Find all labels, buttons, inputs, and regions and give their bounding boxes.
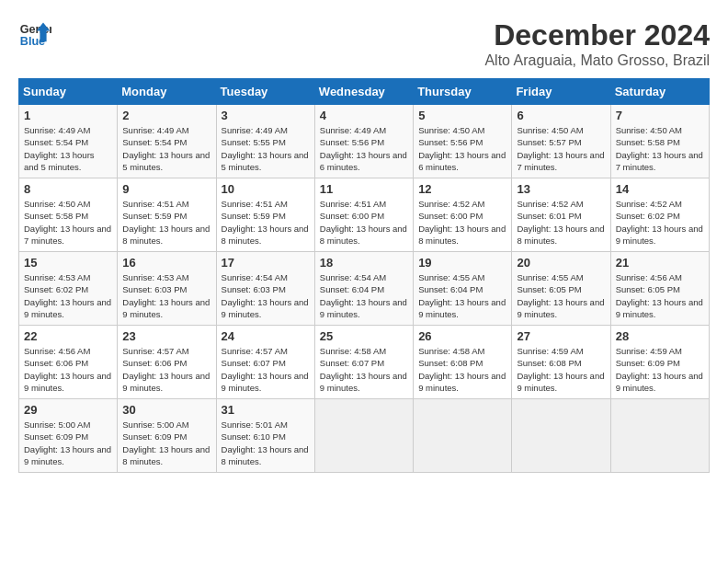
day-number: 3	[222, 109, 310, 122]
calendar-title: December 2024	[484, 18, 710, 52]
day-cell: 31Sunrise: 5:01 AMSunset: 6:10 PMDayligh…	[216, 399, 314, 473]
day-info: Sunrise: 4:54 AMSunset: 6:03 PMDaylight:…	[222, 271, 310, 320]
day-number: 15	[24, 256, 112, 270]
header-cell-thursday: Thursday	[414, 79, 512, 105]
day-cell	[314, 399, 413, 473]
day-info: Sunrise: 4:49 AMSunset: 5:55 PMDaylight:…	[222, 124, 310, 173]
day-number: 4	[320, 109, 408, 122]
day-number: 16	[122, 256, 210, 270]
logo-icon: General Blue	[18, 18, 51, 52]
day-cell: 1Sunrise: 4:49 AMSunset: 5:54 PMDaylight…	[19, 105, 118, 178]
day-number: 30	[122, 403, 210, 417]
day-cell: 8Sunrise: 4:50 AMSunset: 5:58 PMDaylight…	[19, 178, 118, 252]
day-cell: 13Sunrise: 4:52 AMSunset: 6:01 PMDayligh…	[512, 178, 610, 252]
day-info: Sunrise: 4:55 AMSunset: 6:05 PMDaylight:…	[517, 271, 605, 320]
day-number: 8	[24, 182, 112, 196]
day-number: 20	[517, 256, 605, 270]
day-info: Sunrise: 4:59 AMSunset: 6:08 PMDaylight:…	[517, 345, 605, 394]
day-number: 10	[222, 182, 310, 196]
day-info: Sunrise: 4:53 AMSunset: 6:03 PMDaylight:…	[122, 271, 210, 320]
day-info: Sunrise: 4:50 AMSunset: 5:58 PMDaylight:…	[616, 124, 704, 173]
day-info: Sunrise: 4:58 AMSunset: 6:07 PMDaylight:…	[320, 345, 408, 394]
day-info: Sunrise: 4:49 AMSunset: 5:56 PMDaylight:…	[320, 124, 408, 173]
day-cell: 27Sunrise: 4:59 AMSunset: 6:08 PMDayligh…	[512, 326, 610, 399]
day-number: 12	[418, 182, 506, 196]
day-info: Sunrise: 4:51 AMSunset: 5:59 PMDaylight:…	[122, 198, 210, 247]
day-cell: 12Sunrise: 4:52 AMSunset: 6:00 PMDayligh…	[414, 178, 512, 252]
day-cell: 16Sunrise: 4:53 AMSunset: 6:03 PMDayligh…	[118, 252, 216, 326]
title-area: December 2024 Alto Araguaia, Mato Grosso…	[484, 18, 710, 69]
calendar-subtitle: Alto Araguaia, Mato Grosso, Brazil	[484, 52, 710, 69]
header-cell-tuesday: Tuesday	[216, 79, 314, 105]
day-cell: 23Sunrise: 4:57 AMSunset: 6:06 PMDayligh…	[118, 326, 216, 399]
day-info: Sunrise: 4:57 AMSunset: 6:06 PMDaylight:…	[122, 345, 210, 394]
day-cell: 10Sunrise: 4:51 AMSunset: 5:59 PMDayligh…	[216, 178, 314, 252]
day-cell: 21Sunrise: 4:56 AMSunset: 6:05 PMDayligh…	[610, 252, 709, 326]
day-info: Sunrise: 4:56 AMSunset: 6:05 PMDaylight:…	[616, 271, 704, 320]
day-cell	[414, 399, 512, 473]
day-info: Sunrise: 4:57 AMSunset: 6:07 PMDaylight:…	[222, 345, 310, 394]
day-info: Sunrise: 4:50 AMSunset: 5:57 PMDaylight:…	[517, 124, 605, 173]
day-cell: 6Sunrise: 4:50 AMSunset: 5:57 PMDaylight…	[512, 105, 610, 178]
day-info: Sunrise: 4:49 AMSunset: 5:54 PMDaylight:…	[122, 124, 210, 173]
header-cell-monday: Monday	[118, 79, 216, 105]
day-info: Sunrise: 4:58 AMSunset: 6:08 PMDaylight:…	[418, 345, 506, 394]
day-cell: 17Sunrise: 4:54 AMSunset: 6:03 PMDayligh…	[216, 252, 314, 326]
day-number: 5	[418, 109, 506, 122]
day-info: Sunrise: 4:50 AMSunset: 5:56 PMDaylight:…	[418, 124, 506, 173]
day-number: 2	[122, 109, 210, 122]
header-row: SundayMondayTuesdayWednesdayThursdayFrid…	[19, 79, 710, 105]
day-cell: 4Sunrise: 4:49 AMSunset: 5:56 PMDaylight…	[314, 105, 413, 178]
day-info: Sunrise: 5:00 AMSunset: 6:09 PMDaylight:…	[24, 419, 112, 467]
day-info: Sunrise: 4:55 AMSunset: 6:04 PMDaylight:…	[418, 271, 506, 320]
day-number: 7	[616, 109, 704, 122]
day-info: Sunrise: 4:54 AMSunset: 6:04 PMDaylight:…	[320, 271, 408, 320]
week-row: 15Sunrise: 4:53 AMSunset: 6:02 PMDayligh…	[19, 252, 710, 326]
day-cell: 28Sunrise: 4:59 AMSunset: 6:09 PMDayligh…	[610, 326, 709, 399]
day-cell: 19Sunrise: 4:55 AMSunset: 6:04 PMDayligh…	[414, 252, 512, 326]
header-cell-sunday: Sunday	[19, 79, 118, 105]
day-number: 26	[418, 329, 506, 343]
day-info: Sunrise: 5:00 AMSunset: 6:09 PMDaylight:…	[122, 419, 210, 467]
day-number: 6	[517, 109, 605, 122]
week-row: 22Sunrise: 4:56 AMSunset: 6:06 PMDayligh…	[19, 326, 710, 399]
header: General Blue December 2024 Alto Araguaia…	[18, 18, 710, 69]
day-number: 11	[320, 182, 408, 196]
day-info: Sunrise: 4:52 AMSunset: 6:01 PMDaylight:…	[517, 198, 605, 247]
day-number: 23	[122, 329, 210, 343]
calendar-table: SundayMondayTuesdayWednesdayThursdayFrid…	[18, 78, 710, 473]
day-info: Sunrise: 4:49 AMSunset: 5:54 PMDaylight:…	[24, 124, 112, 173]
day-cell: 14Sunrise: 4:52 AMSunset: 6:02 PMDayligh…	[610, 178, 709, 252]
day-number: 29	[24, 403, 112, 417]
week-row: 8Sunrise: 4:50 AMSunset: 5:58 PMDaylight…	[19, 178, 710, 252]
day-number: 19	[418, 256, 506, 270]
day-number: 18	[320, 256, 408, 270]
header-cell-friday: Friday	[512, 79, 610, 105]
day-cell: 9Sunrise: 4:51 AMSunset: 5:59 PMDaylight…	[118, 178, 216, 252]
day-number: 21	[616, 256, 704, 270]
day-info: Sunrise: 4:56 AMSunset: 6:06 PMDaylight:…	[24, 345, 112, 394]
day-cell: 11Sunrise: 4:51 AMSunset: 6:00 PMDayligh…	[314, 178, 413, 252]
day-number: 28	[616, 329, 704, 343]
day-cell: 24Sunrise: 4:57 AMSunset: 6:07 PMDayligh…	[216, 326, 314, 399]
day-number: 9	[122, 182, 210, 196]
day-info: Sunrise: 4:53 AMSunset: 6:02 PMDaylight:…	[24, 271, 112, 320]
header-cell-wednesday: Wednesday	[314, 79, 413, 105]
day-cell: 29Sunrise: 5:00 AMSunset: 6:09 PMDayligh…	[19, 399, 118, 473]
day-number: 1	[24, 109, 112, 122]
day-number: 24	[222, 329, 310, 343]
day-info: Sunrise: 4:51 AMSunset: 6:00 PMDaylight:…	[320, 198, 408, 247]
day-cell: 3Sunrise: 4:49 AMSunset: 5:55 PMDaylight…	[216, 105, 314, 178]
day-info: Sunrise: 4:52 AMSunset: 6:02 PMDaylight:…	[616, 198, 704, 247]
day-number: 13	[517, 182, 605, 196]
day-cell: 5Sunrise: 4:50 AMSunset: 5:56 PMDaylight…	[414, 105, 512, 178]
day-cell: 20Sunrise: 4:55 AMSunset: 6:05 PMDayligh…	[512, 252, 610, 326]
day-number: 25	[320, 329, 408, 343]
day-number: 27	[517, 329, 605, 343]
logo: General Blue	[18, 18, 51, 52]
header-cell-saturday: Saturday	[610, 79, 709, 105]
day-cell	[512, 399, 610, 473]
day-info: Sunrise: 5:01 AMSunset: 6:10 PMDaylight:…	[222, 419, 310, 467]
day-info: Sunrise: 4:51 AMSunset: 5:59 PMDaylight:…	[222, 198, 310, 247]
day-cell	[610, 399, 709, 473]
